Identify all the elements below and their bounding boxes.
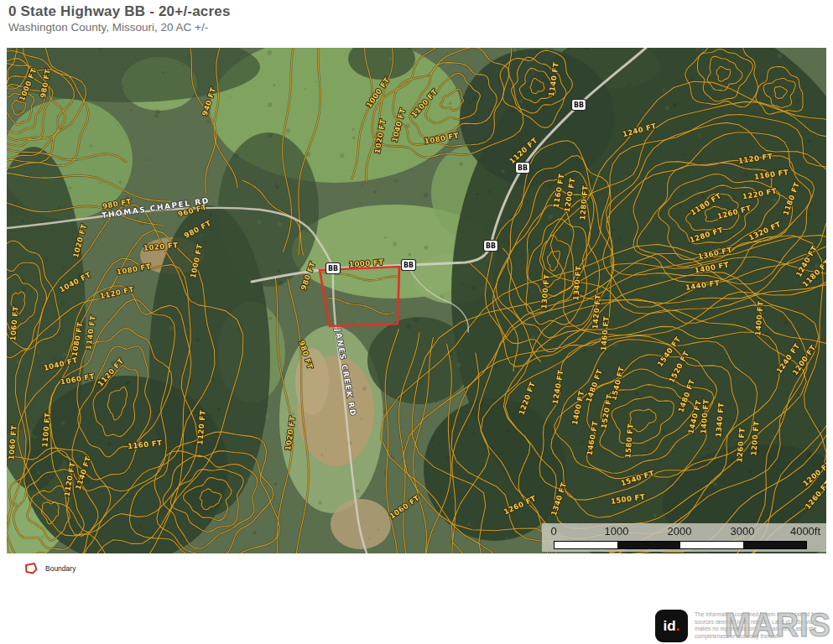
maris-watermark: MARIS xyxy=(725,609,831,641)
highway-bb-shield: BB xyxy=(516,163,530,174)
scale-tick-label: 4000ft xyxy=(790,525,820,538)
svg-text:BB: BB xyxy=(403,262,414,269)
svg-text:BB: BB xyxy=(328,265,338,273)
highway-bb-shield: BB xyxy=(572,100,586,111)
scale-tick-label: 1000 xyxy=(605,525,629,538)
scale-bar: 01000200030004000ft xyxy=(542,523,826,552)
logo-text: id xyxy=(664,618,676,635)
svg-text:BB: BB xyxy=(574,101,584,109)
highway-bb-shield: BB xyxy=(484,241,498,252)
scale-tick-label: 2000 xyxy=(668,525,692,538)
scale-bar-track xyxy=(554,541,807,549)
highway-bb-shield: BB xyxy=(326,263,341,274)
scale-tick-label: 3000 xyxy=(731,525,755,538)
scale-bar-labels: 01000200030004000ft xyxy=(542,525,826,538)
legend: Boundary xyxy=(23,562,75,575)
legend-label-boundary: Boundary xyxy=(45,564,75,573)
logo-dot: . xyxy=(676,618,680,635)
svg-text:BB: BB xyxy=(518,164,528,172)
boundary-legend-icon xyxy=(23,562,39,575)
map-page: 0 State Highway BB - 20+/-acres Washingt… xyxy=(0,0,833,644)
highway-bb-shield: BB xyxy=(402,260,416,271)
scale-tick-label: 0 xyxy=(550,525,556,538)
land-id-logo: id. xyxy=(655,610,688,642)
svg-text:BB: BB xyxy=(486,242,496,250)
